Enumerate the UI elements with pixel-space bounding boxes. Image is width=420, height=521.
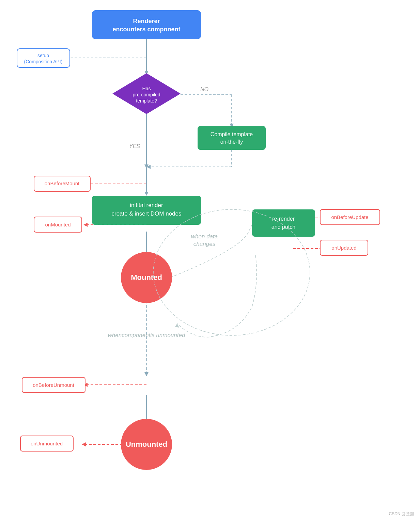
- svg-text:onBeforeUpdate: onBeforeUpdate: [331, 214, 368, 220]
- svg-text:whencomponentis unmounted: whencomponentis unmounted: [108, 332, 185, 338]
- svg-text:NO: NO: [200, 86, 208, 92]
- svg-text:when data: when data: [191, 233, 218, 240]
- svg-text:onBeforeUnmount: onBeforeUnmount: [33, 382, 75, 388]
- svg-marker-27: [82, 442, 86, 446]
- svg-text:template?: template?: [136, 98, 157, 104]
- svg-text:Compile template: Compile template: [211, 131, 253, 137]
- svg-text:re-render: re-render: [272, 216, 295, 222]
- svg-rect-59: [252, 209, 315, 237]
- svg-text:onUnmounted: onUnmounted: [31, 441, 63, 446]
- svg-text:pre-compiled: pre-compiled: [133, 92, 160, 97]
- svg-text:onUpdated: onUpdated: [331, 245, 356, 251]
- svg-rect-33: [92, 10, 201, 39]
- svg-text:(Composition API): (Composition API): [24, 59, 63, 64]
- svg-text:initital render: initital render: [130, 202, 163, 208]
- svg-marker-17: [83, 223, 88, 227]
- svg-text:Mounted: Mounted: [131, 273, 162, 282]
- svg-text:on-the-fly: on-the-fly: [220, 139, 243, 145]
- svg-text:Renderer: Renderer: [133, 18, 160, 25]
- svg-marker-15: [144, 192, 149, 196]
- svg-rect-44: [198, 126, 266, 150]
- diagram-container: Renderer encounters component setup (Com…: [0, 0, 420, 521]
- svg-text:create & insert DOM nodes: create & insert DOM nodes: [111, 210, 181, 217]
- svg-text:encounters component: encounters component: [112, 26, 180, 33]
- watermark: CSDN @匠圆: [389, 511, 414, 517]
- svg-text:YES: YES: [129, 143, 140, 149]
- svg-text:onBeforeMount: onBeforeMount: [45, 180, 80, 186]
- svg-text:setup: setup: [37, 53, 49, 58]
- svg-text:Unmounted: Unmounted: [126, 440, 167, 448]
- svg-text:onMounted: onMounted: [45, 222, 71, 227]
- svg-text:and patch: and patch: [271, 224, 295, 230]
- svg-marker-21: [144, 372, 149, 376]
- svg-text:Has: Has: [142, 86, 151, 91]
- svg-text:changes: changes: [193, 241, 216, 247]
- svg-marker-32: [175, 323, 179, 328]
